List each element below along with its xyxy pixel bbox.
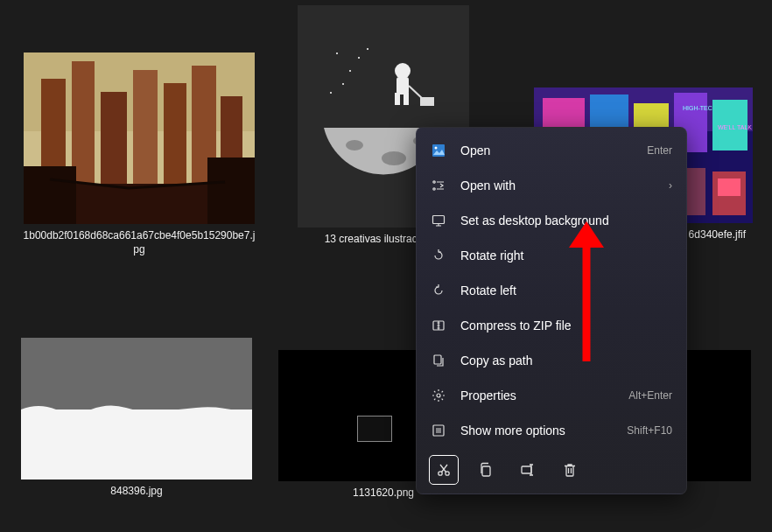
svg-rect-18 — [395, 93, 400, 105]
menu-accel: Alt+Enter — [628, 389, 672, 402]
file-item[interactable]: 848396.jpg — [21, 338, 252, 499]
svg-point-26 — [330, 92, 332, 94]
menu-rotate-right[interactable]: Rotate right — [417, 238, 686, 273]
menu-accel: Shift+F10 — [627, 424, 672, 437]
menu-compress-zip[interactable]: Compress to ZIP file — [417, 308, 686, 343]
copy-button[interactable] — [471, 455, 501, 485]
desktop-icon — [431, 213, 446, 228]
menu-label: Open — [460, 144, 647, 158]
more-options-icon — [431, 423, 446, 438]
menu-label: Rotate right — [460, 248, 672, 262]
svg-rect-44 — [21, 410, 252, 480]
svg-rect-57 — [522, 466, 531, 473]
menu-open-with[interactable]: Open with › — [417, 168, 686, 203]
menu-label: Show more options — [460, 424, 627, 438]
svg-rect-11 — [207, 158, 255, 224]
menu-label: Set as desktop background — [460, 214, 672, 228]
svg-point-46 — [435, 147, 438, 150]
delete-button[interactable] — [555, 455, 585, 485]
svg-point-16 — [395, 63, 411, 79]
chevron-right-icon: › — [669, 179, 672, 192]
paint-illustration — [21, 338, 252, 480]
svg-text:HIGH-TEC: HIGH-TEC — [683, 105, 712, 111]
menu-show-more-options[interactable]: Show more options Shift+F10 — [417, 413, 686, 448]
menu-label: Rotate left — [460, 284, 672, 298]
file-name: 1b00db2f0168d68ca661a67cbe4f0e5b15290be7… — [21, 229, 257, 256]
menu-label: Open with — [460, 178, 662, 192]
svg-rect-51 — [434, 355, 441, 364]
city-illustration — [24, 52, 255, 224]
svg-point-52 — [437, 394, 440, 397]
svg-text:WE'LL TALK: WE'LL TALK — [718, 124, 752, 130]
menu-accel: Enter — [647, 144, 672, 157]
menu-rotate-left[interactable]: Rotate left — [417, 273, 686, 308]
svg-point-27 — [367, 48, 368, 50]
menu-toolbar — [417, 448, 686, 488]
image-icon — [431, 143, 446, 158]
rotate-left-icon — [431, 283, 446, 298]
copy-path-icon — [431, 353, 446, 368]
svg-rect-19 — [404, 93, 409, 105]
svg-point-14 — [382, 151, 406, 165]
open-with-icon — [431, 178, 446, 193]
context-menu: Open Enter Open with › Set as desktop ba… — [416, 127, 687, 494]
menu-label: Properties — [460, 388, 628, 402]
svg-point-23 — [349, 70, 351, 72]
svg-point-22 — [336, 52, 338, 54]
svg-point-47 — [433, 181, 435, 183]
svg-point-24 — [342, 83, 344, 85]
cut-button[interactable] — [429, 455, 459, 485]
svg-point-48 — [433, 188, 435, 190]
svg-point-25 — [358, 57, 360, 59]
menu-label: Compress to ZIP file — [460, 318, 672, 332]
svg-rect-17 — [397, 77, 409, 94]
file-item[interactable]: 1b00db2f0168d68ca661a67cbe4f0e5b15290be7… — [21, 52, 257, 256]
menu-properties[interactable]: Properties Alt+Enter — [417, 378, 686, 413]
zip-icon — [431, 318, 446, 333]
svg-point-13 — [346, 140, 363, 150]
menu-set-desktop-background[interactable]: Set as desktop background — [417, 203, 686, 238]
file-name: 848396.jpg — [21, 485, 252, 499]
properties-icon — [431, 388, 446, 403]
svg-rect-42 — [718, 178, 740, 196]
menu-open[interactable]: Open Enter — [417, 133, 686, 168]
svg-rect-43 — [21, 338, 252, 410]
svg-rect-56 — [482, 466, 490, 476]
svg-rect-10 — [24, 166, 76, 224]
menu-copy-path[interactable]: Copy as path — [417, 343, 686, 378]
svg-rect-49 — [433, 216, 445, 224]
rename-button[interactable] — [513, 455, 543, 485]
menu-label: Copy as path — [460, 354, 672, 368]
rotate-right-icon — [431, 248, 446, 263]
